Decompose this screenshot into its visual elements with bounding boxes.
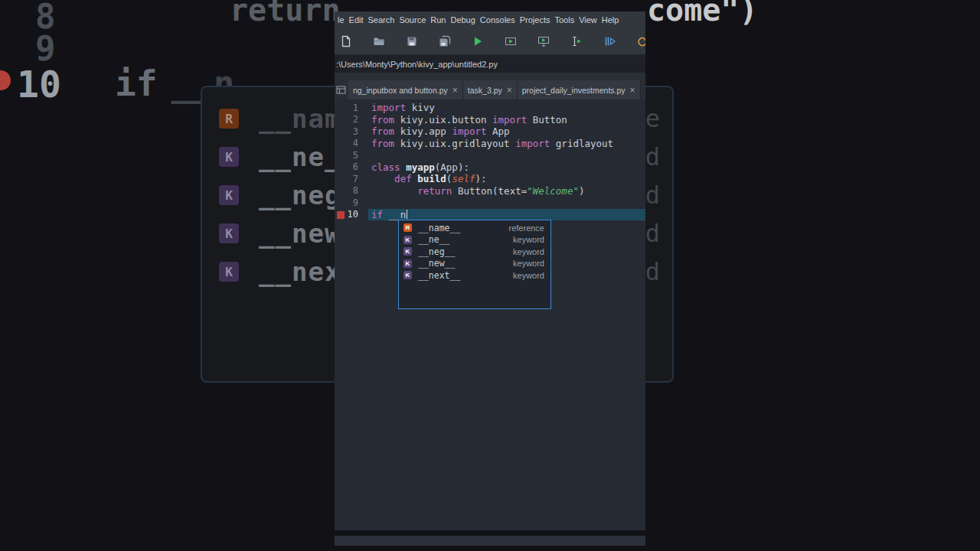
save-all-button[interactable]: [438, 34, 451, 47]
line-content: [368, 149, 645, 161]
code-token: import: [515, 138, 550, 149]
run-cell-button[interactable]: [504, 34, 517, 47]
menu-item-edit[interactable]: Edit: [347, 15, 366, 24]
code-token: from: [371, 138, 394, 149]
menu-item-consoles[interactable]: Consoles: [478, 15, 518, 24]
run-cell-advance-button[interactable]: [537, 34, 550, 47]
line-content: from kivy.uix.gridlayout import gridlayo…: [368, 138, 645, 150]
code-token: kivy.app: [394, 126, 452, 137]
menu-item-view[interactable]: View: [577, 15, 599, 24]
tab-2[interactable]: task_3.py×: [463, 80, 518, 99]
tab-3[interactable]: project_daily_investments.py×: [518, 80, 641, 99]
run-cell-advance-icon: [537, 35, 550, 47]
code-line: 9: [335, 197, 645, 209]
menu-item-debug[interactable]: Debug: [448, 15, 477, 24]
bg-zoom-error-marker: [0, 70, 11, 90]
line-content: from kivy.app import App: [368, 126, 645, 138]
code-token: self: [452, 173, 475, 184]
code-lines: 1import kivy2from kivy.uix.button import…: [335, 102, 645, 220]
menu-item-tools[interactable]: Tools: [552, 15, 577, 24]
save-button[interactable]: [405, 34, 418, 47]
code-token: myapp: [400, 161, 435, 173]
bg-zoom-item-icon: K: [219, 185, 239, 205]
code-token: (App):: [435, 161, 469, 173]
new-file-button[interactable]: [339, 34, 352, 47]
run-cell-icon: [505, 35, 517, 47]
open-folder-button[interactable]: [372, 34, 385, 47]
text-cursor: [407, 210, 407, 219]
code-token: import: [371, 102, 406, 113]
continue-button[interactable]: [635, 34, 645, 47]
open-folder-icon: [373, 35, 385, 47]
code-token: gridlayout: [550, 138, 613, 149]
code-token: kivy: [406, 102, 435, 113]
run-button[interactable]: [471, 34, 484, 47]
code-token: [371, 173, 394, 184]
browse-tabs-button[interactable]: [335, 80, 348, 99]
completion-kind: keyword: [513, 259, 544, 268]
line-content: from kivy.uix.button import Button: [368, 114, 645, 126]
tab-strip: ng_inputbox and button.py×task_3.py×proj…: [348, 80, 645, 99]
code-token: from: [371, 126, 394, 137]
menu-item-le[interactable]: le: [335, 15, 347, 24]
line-number: 3: [335, 126, 368, 137]
completion-item[interactable]: K__next__keyword: [399, 269, 550, 282]
menu-item-help[interactable]: Help: [599, 15, 622, 24]
completion-item[interactable]: K__neg__keyword: [399, 246, 550, 258]
toolbar: [335, 28, 645, 55]
bottom-bar: [335, 536, 645, 546]
line-number: 5: [335, 150, 368, 161]
line-content: if __n: [368, 209, 645, 221]
tab-label: ng_inputbox and button.py: [353, 86, 448, 95]
menu-item-search[interactable]: Search: [366, 15, 397, 24]
code-token: def: [394, 173, 412, 184]
code-line: 4from kivy.uix.gridlayout import gridlay…: [335, 138, 645, 150]
completion-item[interactable]: K__ne__keyword: [399, 234, 550, 246]
code-line: 3from kivy.app import App: [335, 126, 645, 138]
tab-close-icon[interactable]: ×: [507, 86, 512, 95]
menu-item-projects[interactable]: Projects: [518, 15, 553, 24]
bg-zoom-keyword: if: [115, 63, 157, 104]
menu-bar: leEditSearchSourceRunDebugConsolesProjec…: [335, 11, 645, 28]
menu-item-source[interactable]: Source: [397, 15, 428, 24]
code-token: ):: [475, 173, 486, 184]
code-area[interactable]: 1import kivy2from kivy.uix.button import…: [335, 99, 645, 530]
code-token: "Welcome": [527, 185, 579, 197]
line-number: 4: [335, 138, 368, 148]
line-content: return Button(text="Welcome"): [368, 185, 645, 197]
completion-label: __new__: [418, 258, 455, 269]
menu-item-run[interactable]: Run: [428, 15, 448, 24]
completion-item[interactable]: R__name__reference: [399, 222, 550, 234]
keyword-icon: K: [403, 271, 412, 279]
tab-close-icon[interactable]: ×: [630, 86, 635, 95]
completion-item[interactable]: K__new__keyword: [399, 258, 550, 270]
line-number: 2: [335, 114, 368, 125]
bg-zoom-item-icon: K: [219, 223, 239, 243]
bg-zoom-item-icon: R: [219, 109, 239, 129]
code-line: 5: [335, 149, 645, 161]
tab-bar: ng_inputbox and button.py×task_3.py×proj…: [335, 73, 645, 99]
code-token: (: [446, 173, 452, 184]
line-content: [368, 197, 645, 209]
code-token: Button(text=: [452, 185, 527, 197]
path-bar: :\Users\Monty\Python\kivy_app\untitled2.…: [335, 55, 645, 73]
code-token: return: [417, 185, 452, 197]
run-selection-icon: [570, 35, 583, 47]
completion-label: __ne__: [418, 234, 450, 245]
line-number: 10: [335, 209, 368, 220]
keyword-icon: K: [403, 236, 412, 244]
completion-kind: keyword: [513, 235, 544, 244]
run-icon: [472, 35, 484, 47]
reference-icon: R: [403, 223, 412, 232]
tab-close-icon[interactable]: ×: [452, 86, 458, 95]
line-number: 7: [335, 174, 368, 184]
line-content: import kivy: [368, 102, 645, 114]
code-token: Button: [527, 114, 567, 126]
code-line: 8 return Button(text="Welcome"): [335, 185, 645, 197]
spyder-window: leEditSearchSourceRunDebugConsolesProjec…: [335, 11, 645, 530]
debug-file-button[interactable]: [603, 34, 616, 47]
completion-popup: R__name__referenceK__ne__keywordK__neg__…: [398, 220, 551, 309]
run-selection-button[interactable]: [570, 34, 583, 47]
tab-1[interactable]: ng_inputbox and button.py×: [348, 80, 463, 99]
completion-label: __name__: [418, 223, 460, 233]
